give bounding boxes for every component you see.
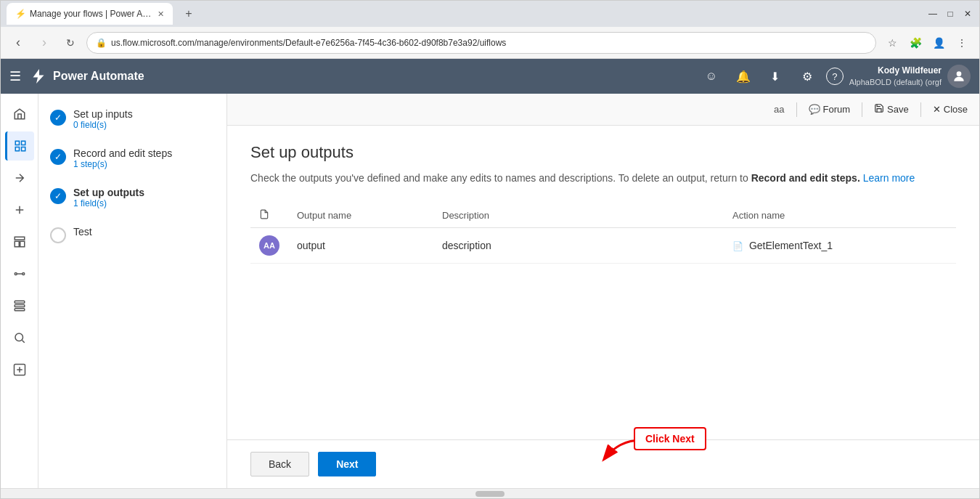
- svg-rect-13: [15, 305, 25, 307]
- svg-rect-7: [15, 237, 25, 240]
- step-setup-inputs: ✓ Set up inputs 0 field(s): [50, 108, 215, 130]
- sidebar-item-home[interactable]: [5, 100, 34, 129]
- step-4-indicator: [50, 227, 66, 243]
- output-table: Output name Description Action name AA o…: [250, 203, 956, 264]
- svg-rect-9: [20, 241, 24, 247]
- svg-point-10: [15, 273, 17, 275]
- page-title: Set up outputs: [250, 143, 956, 162]
- col-desc-header: Description: [433, 203, 724, 228]
- profile-button[interactable]: 👤: [928, 33, 949, 53]
- content-wrapper: ✓ Set up inputs 0 field(s) ✓ Record and …: [1, 94, 979, 488]
- col-action-header: Action name: [724, 203, 956, 228]
- sidebar-item-solutions[interactable]: [5, 355, 34, 384]
- close-window-button[interactable]: ✕: [962, 8, 973, 20]
- svg-point-0: [957, 71, 962, 76]
- output-action-cell: 📄 GetElementText_1: [724, 228, 956, 264]
- output-description-cell: description: [433, 228, 724, 264]
- col-name-header: Output name: [288, 203, 433, 228]
- sidebar-nav: [1, 94, 38, 488]
- browser-toolbar: ‹ › ↻ 🔒 us.flow.microsoft.com/manage/env…: [1, 27, 979, 59]
- svg-rect-4: [15, 147, 19, 151]
- step-2-indicator: ✓: [50, 149, 66, 165]
- step-3-label: Set up outputs: [73, 187, 144, 198]
- save-button[interactable]: Save: [874, 103, 909, 115]
- forward-button[interactable]: ›: [34, 33, 54, 53]
- svg-rect-8: [15, 241, 19, 247]
- sidebar-item-flows[interactable]: [5, 131, 34, 161]
- user-section[interactable]: Kody Wildfeuer AlphaBOLD (default) (orgf: [849, 65, 971, 88]
- scrollbar-thumb: [475, 491, 505, 497]
- sidebar-item-connectors[interactable]: [5, 259, 34, 288]
- app-header: ☰ Power Automate ☺ 🔔 ⬇ ⚙ ? Kody Wildfeue…: [1, 59, 979, 94]
- step-1-label: Set up inputs: [73, 108, 133, 120]
- settings-button[interactable]: ⚙: [794, 63, 820, 89]
- save-label: Save: [887, 104, 909, 115]
- sidebar-item-create[interactable]: [5, 195, 34, 224]
- description-bold: Record and edit steps.: [751, 172, 860, 184]
- svg-point-15: [15, 333, 23, 341]
- sidebar-item-connections[interactable]: [5, 163, 34, 192]
- user-avatar[interactable]: [947, 65, 971, 88]
- user-org: AlphaBOLD (default) (orgf: [849, 77, 942, 87]
- step-1-indicator: ✓: [50, 110, 66, 126]
- help-button[interactable]: ?: [826, 68, 844, 85]
- tab-title: Manage your flows | Power Auto...: [30, 9, 153, 19]
- power-automate-logo: [30, 68, 47, 85]
- step-test: Test: [50, 226, 215, 243]
- sidebar-item-data[interactable]: [5, 291, 34, 320]
- next-button[interactable]: Next: [318, 452, 376, 476]
- action-name: GetElementText_1: [749, 240, 833, 251]
- row-icon-cell: AA: [250, 228, 288, 264]
- address-bar[interactable]: 🔒 us.flow.microsoft.com/manage/environme…: [86, 32, 876, 54]
- browser-menu-button[interactable]: ⋮: [952, 33, 972, 53]
- sidebar-item-templates[interactable]: [5, 227, 34, 256]
- action-icon: 📄: [732, 241, 743, 251]
- steps-panel: ✓ Set up inputs 0 field(s) ✓ Record and …: [38, 94, 227, 488]
- step-setup-outputs: ✓ Set up outputs 1 field(s): [50, 187, 215, 208]
- security-icon: 🔒: [96, 38, 107, 48]
- back-button[interactable]: ‹: [8, 33, 28, 53]
- app-menu-icon[interactable]: ☰: [9, 68, 21, 84]
- user-name: Kody Wildfeuer: [849, 65, 942, 77]
- sidebar-item-monitor[interactable]: [5, 323, 34, 352]
- svg-line-16: [22, 340, 24, 342]
- extensions-button[interactable]: 🧩: [905, 33, 926, 53]
- step-1-sub[interactable]: 0 field(s): [73, 120, 133, 130]
- bookmark-button[interactable]: ☆: [882, 33, 902, 53]
- new-tab-button[interactable]: +: [179, 4, 199, 24]
- window-controls: — □ ✕: [927, 8, 973, 20]
- svg-rect-12: [15, 301, 25, 303]
- browser-tab[interactable]: ⚡ Manage your flows | Power Auto... ✕: [7, 3, 173, 25]
- minimize-button[interactable]: —: [927, 8, 939, 20]
- step-2-label: Record and edit steps: [73, 147, 172, 159]
- page-footer: Back Next: [227, 439, 979, 488]
- close-button[interactable]: ✕ Close: [933, 104, 968, 115]
- step-record-edit: ✓ Record and edit steps 1 step(s): [50, 147, 215, 169]
- download-button[interactable]: ⬇: [762, 63, 788, 89]
- learn-more-link[interactable]: Learn more: [863, 172, 915, 184]
- forum-link[interactable]: 💬 Forum: [809, 104, 851, 115]
- page-body: Set up outputs Check the outputs you've …: [227, 126, 979, 439]
- svg-rect-3: [22, 147, 25, 151]
- app-title: Power Automate: [53, 70, 144, 83]
- refresh-button[interactable]: ↻: [60, 33, 81, 53]
- header-actions: ☺ 🔔 ⬇ ⚙ ? Kody Wildfeuer AlphaBOLD (defa…: [698, 63, 971, 89]
- description-text: Check the outputs you've defined and mak…: [250, 172, 748, 184]
- save-icon: [874, 103, 884, 115]
- bottom-scrollbar[interactable]: [1, 488, 979, 498]
- step-2-text: Record and edit steps 1 step(s): [73, 147, 172, 169]
- back-button[interactable]: Back: [250, 452, 309, 476]
- tab-close-button[interactable]: ✕: [158, 9, 164, 19]
- browser-titlebar: ⚡ Manage your flows | Power Auto... ✕ + …: [1, 1, 979, 27]
- toolbar-actions: ☆ 🧩 👤 ⋮: [882, 33, 972, 53]
- step-2-sub[interactable]: 1 step(s): [73, 159, 172, 169]
- emoji-button[interactable]: ☺: [698, 63, 724, 89]
- close-label: Close: [944, 104, 968, 115]
- maximize-button[interactable]: □: [944, 8, 956, 20]
- notifications-button[interactable]: 🔔: [730, 63, 756, 89]
- svg-rect-1: [15, 141, 19, 145]
- step-3-indicator: ✓: [50, 188, 66, 204]
- step-3-sub[interactable]: 1 field(s): [73, 198, 144, 208]
- forum-label: Forum: [823, 104, 851, 115]
- aa-label: aa: [774, 104, 784, 115]
